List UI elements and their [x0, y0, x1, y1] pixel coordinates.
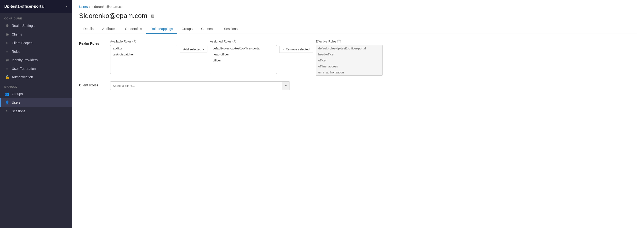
available-roles-col: Available Roles ? auditor task-dispatche…	[110, 40, 177, 74]
effective-roles-label: Effective Roles ?	[316, 40, 383, 43]
realm-roles-controls: Available Roles ? auditor task-dispatche…	[110, 40, 637, 76]
list-item[interactable]: head-officer	[210, 51, 276, 57]
client-select-input[interactable]	[110, 84, 282, 88]
sidebar: Dp-test1-officer-portal ▾ Configure ⚙ Re…	[0, 0, 72, 228]
list-item[interactable]: default-roles-dp-test1-officer-portal	[210, 45, 276, 51]
breadcrumb-current: sidorenko@epam.com	[92, 5, 125, 9]
sidebar-item-groups[interactable]: 👥 Groups	[0, 89, 72, 98]
list-item: uma_authorization	[316, 69, 382, 75]
tab-groups[interactable]: Groups	[177, 25, 197, 34]
add-selected-button[interactable]: Add selected >	[180, 46, 208, 53]
clients-icon: ◉	[5, 32, 9, 37]
effective-roles-listbox: default-roles-dp-test1-officer-portal he…	[316, 45, 383, 76]
list-item[interactable]: auditor	[110, 45, 177, 51]
sidebar-item-label: Authentication	[12, 75, 33, 79]
client-roles-row: Client Roles ▾	[79, 81, 637, 90]
tab-attributes[interactable]: Attributes	[98, 25, 121, 34]
delete-user-icon[interactable]: 🗑	[151, 14, 155, 19]
groups-icon: 👥	[5, 92, 9, 96]
sidebar-header: Dp-test1-officer-portal ▾	[0, 0, 72, 13]
breadcrumb: Users › sidorenko@epam.com	[79, 5, 637, 9]
list-item: offline_access	[316, 63, 382, 69]
list-item: default-roles-dp-test1-officer-portal	[316, 45, 382, 51]
assigned-roles-listbox[interactable]: default-roles-dp-test1-officer-portal he…	[210, 45, 277, 74]
remove-selected-col: « Remove selected	[279, 40, 313, 53]
tab-credentials[interactable]: Credentials	[121, 25, 146, 34]
sidebar-item-users[interactable]: 👤 Users	[0, 98, 72, 107]
assigned-roles-help-icon[interactable]: ?	[232, 40, 236, 43]
client-roles-label: Client Roles	[79, 81, 110, 87]
page-title: Sidorenko@epam.com	[79, 12, 147, 20]
sidebar-item-label: User Federation	[12, 67, 36, 71]
main-content: Users › sidorenko@epam.com Sidorenko@epa…	[72, 0, 644, 228]
tab-details[interactable]: Details	[79, 25, 98, 34]
sidebar-item-label: Clients	[12, 32, 22, 36]
remove-selected-button[interactable]: « Remove selected	[279, 46, 313, 53]
configure-label: Configure	[0, 13, 72, 21]
effective-roles-help-icon[interactable]: ?	[337, 40, 341, 43]
client-select-wrapper[interactable]: ▾	[110, 81, 290, 90]
assigned-roles-label: Assigned Roles ?	[210, 40, 277, 43]
app-title: Dp-test1-officer-portal	[4, 4, 44, 9]
realm-roles-label: Realm Roles	[79, 40, 110, 45]
manage-label: Manage	[0, 81, 72, 89]
identity-providers-icon: ⇄	[5, 58, 9, 62]
tab-role-mappings[interactable]: Role Mappings	[146, 25, 177, 34]
available-roles-label: Available Roles ?	[110, 40, 177, 43]
sidebar-item-sessions[interactable]: ⊙ Sessions	[0, 107, 72, 116]
sidebar-item-clients[interactable]: ◉ Clients	[0, 30, 72, 39]
breadcrumb-users-link[interactable]: Users	[79, 5, 88, 9]
sidebar-item-label: Groups	[12, 92, 23, 96]
sessions-icon: ⊙	[5, 109, 9, 113]
tab-sessions[interactable]: Sessions	[220, 25, 242, 34]
breadcrumb-separator: ›	[89, 5, 90, 9]
client-scopes-icon: ⊕	[5, 41, 9, 45]
authentication-icon: 🔒	[5, 75, 9, 79]
tab-consents[interactable]: Consents	[197, 25, 220, 34]
effective-roles-col: Effective Roles ? default-roles-dp-test1…	[316, 40, 383, 76]
list-item: head-officer	[316, 51, 382, 57]
add-selected-col: Add selected >	[180, 40, 208, 53]
available-roles-help-icon[interactable]: ?	[132, 40, 136, 43]
assigned-roles-col: Assigned Roles ? default-roles-dp-test1-…	[210, 40, 277, 74]
sidebar-item-realm-settings[interactable]: ⚙ Realm Settings	[0, 21, 72, 30]
client-select-chevron-icon[interactable]: ▾	[282, 82, 290, 90]
sidebar-item-label: Realm Settings	[12, 24, 34, 28]
sidebar-item-label: Roles	[12, 50, 20, 54]
sidebar-item-client-scopes[interactable]: ⊕ Client Scopes	[0, 39, 72, 47]
list-item[interactable]: task-dispatcher	[110, 51, 177, 57]
available-roles-listbox[interactable]: auditor task-dispatcher	[110, 45, 177, 74]
users-icon: 👤	[5, 100, 9, 105]
sidebar-item-label: Sessions	[12, 109, 26, 113]
app-title-chevron[interactable]: ▾	[66, 5, 68, 8]
sidebar-item-label: Identity Providers	[12, 58, 38, 62]
sidebar-item-user-federation[interactable]: ≡ User Federation	[0, 64, 72, 73]
page-title-row: Sidorenko@epam.com 🗑	[79, 12, 637, 20]
tabs-bar: Details Attributes Credentials Role Mapp…	[79, 25, 637, 34]
roles-icon: ≡	[5, 49, 9, 54]
user-federation-icon: ≡	[5, 66, 9, 71]
sidebar-item-roles[interactable]: ≡ Roles	[0, 47, 72, 56]
realm-settings-icon: ⚙	[5, 24, 9, 28]
sidebar-item-label: Users	[12, 100, 20, 104]
sidebar-item-identity-providers[interactable]: ⇄ Identity Providers	[0, 56, 72, 64]
sidebar-item-label: Client Scopes	[12, 41, 32, 45]
list-item[interactable]: officer	[210, 57, 276, 63]
sidebar-item-authentication[interactable]: 🔒 Authentication	[0, 73, 72, 81]
role-mappings-section: Realm Roles Available Roles ? auditor ta…	[79, 40, 637, 90]
list-item: officer	[316, 57, 382, 63]
realm-roles-row: Realm Roles Available Roles ? auditor ta…	[79, 40, 637, 76]
